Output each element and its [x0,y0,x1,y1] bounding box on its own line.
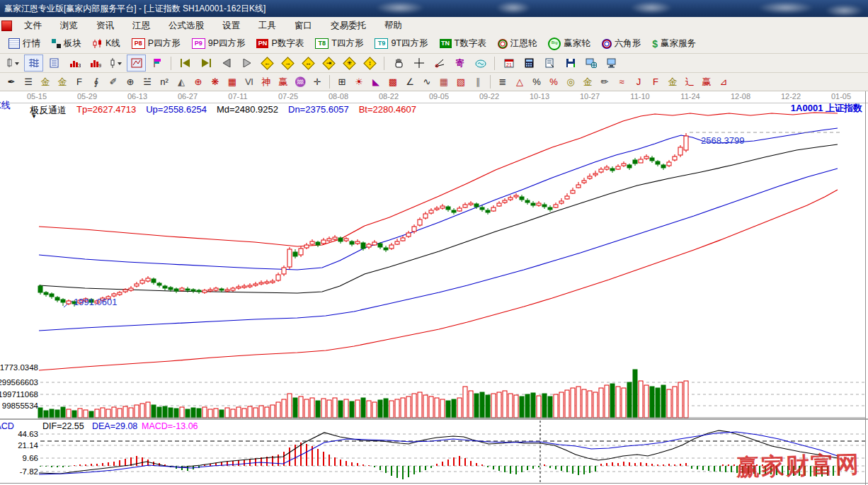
red-frame-button[interactable] [127,55,146,72]
draw-tool-icon[interactable]: ⊞ [334,74,350,89]
toolbar-button-T四方形[interactable]: T8T四方形 [309,35,369,52]
draw-tool-icon[interactable]: ⊕ [122,74,138,89]
send-tool-button[interactable]: 寄 [450,55,469,72]
draw-tool-icon[interactable]: 赢 [699,74,714,89]
crosshair-tool-button[interactable] [409,55,428,72]
toolbar-button-赢家轮[interactable]: Big赢家轮 [542,35,596,52]
toolbar-button-P数字表[interactable]: PNP数字表 [251,35,309,52]
menu-item-浏览[interactable]: 浏览 [51,21,87,30]
draw-tool-icon[interactable]: ∥ [470,74,486,89]
period-combo-button[interactable] [4,55,23,72]
menu-item-文件[interactable]: 文件 [15,21,51,30]
toolbar-button-赢家服务[interactable]: $赢家服务 [646,35,702,52]
save-button[interactable] [561,55,580,72]
notepad-button[interactable] [540,55,559,72]
draw-tool-icon[interactable]: 金 [580,74,595,89]
first-page-button[interactable] [176,55,195,72]
draw-tool-icon[interactable]: ♒ [292,74,308,89]
flag-tool-button[interactable] [147,55,166,72]
menu-item-帮助[interactable]: 帮助 [375,21,411,30]
draw-tool-icon[interactable]: ◣ [368,74,384,89]
remote-pc-button[interactable] [581,55,600,72]
draw-tool-icon[interactable]: 金 [38,74,53,89]
candle-style-button[interactable] [106,55,125,72]
bars-3-button[interactable]: 3 [65,55,84,72]
zoom-both-button[interactable]: ↔ [299,55,318,72]
draw-tool-icon[interactable]: ⊕ [190,74,206,89]
draw-tool-icon[interactable]: ☰ [21,74,36,89]
candle-body [503,200,507,202]
draw-tool-icon[interactable]: ❋ [207,74,223,89]
draw-tool-icon[interactable]: ▧ [453,74,469,89]
draw-tool-icon[interactable]: n² [156,74,172,89]
toolbar-button-六角形[interactable]: 六角形 [596,35,647,52]
title-bar[interactable]: 赢家江恩专业版[赢家内部服务平台] - [上证指数 SH1A0001-162日K… [0,0,868,17]
zoom-fit-button[interactable]: ✳ [340,55,359,72]
draw-tool-icon[interactable]: 赢 [275,74,291,89]
info-doc-button[interactable] [45,55,64,72]
volume-bar [616,387,620,418]
draw-tool-icon[interactable]: ✒ [4,74,19,89]
draw-tool-icon[interactable]: F [72,74,87,89]
draw-tool-icon[interactable]: ▦ [224,74,240,89]
draw-tool-icon[interactable]: ✏ [597,74,612,89]
prev-page-button[interactable] [217,55,236,72]
next-page-button[interactable] [237,55,256,72]
toolbar-button-T数字表[interactable]: TNT数字表 [434,35,492,52]
pane-separator[interactable] [0,418,868,420]
toolbar-button-P四方形[interactable]: P8P四方形 [126,35,186,52]
draw-tool-icon[interactable]: ☱ [139,74,155,89]
draw-tool-icon[interactable]: % [529,74,544,89]
zoom-left-button[interactable]: ← [258,55,277,72]
draw-tool-icon[interactable]: Ⅵ [241,74,257,89]
menu-item-设置[interactable]: 设置 [213,21,249,30]
draw-tool-icon[interactable]: F [648,74,663,89]
draw-tool-icon[interactable]: ∠ [402,74,418,89]
draw-tool-icon[interactable]: ▦ [436,74,452,89]
draw-tool-icon[interactable]: ≣ [495,74,510,89]
draw-tool-icon[interactable]: ◎ [563,74,578,89]
candle-body [678,147,683,155]
toolbar-button-K线[interactable]: K线 [87,35,126,52]
menu-item-工具[interactable]: 工具 [249,21,285,30]
draw-tool-icon[interactable]: 金 [55,74,70,89]
last-page-button[interactable] [196,55,215,72]
smart-tool-button[interactable] [471,55,490,72]
calendar-button[interactable]: 21 [499,55,518,72]
zoom-right-button[interactable]: → [278,55,297,72]
draw-tool-icon[interactable]: % [546,74,561,89]
calculator-button[interactable] [520,55,539,72]
toolbar-button-9T四方形[interactable]: T99T四方形 [369,35,433,52]
local-pc-button[interactable] [602,55,621,72]
draw-tool-icon[interactable]: ≈ [614,74,629,89]
menu-item-公式选股[interactable]: 公式选股 [159,21,213,30]
draw-tool-icon[interactable]: ⊿ [716,74,731,89]
draw-tool-icon[interactable]: J [631,74,646,89]
toolbar-button-9P四方形[interactable]: P99P四方形 [186,35,251,52]
draw-tool-icon[interactable]: ✛ [309,74,325,89]
draw-tool-icon[interactable]: 金 [665,74,680,89]
zoom-in-button[interactable]: ⇥ [319,55,338,72]
menu-item-资讯[interactable]: 资讯 [87,21,123,30]
draw-tool-icon[interactable]: ∮ [88,74,104,89]
draw-tool-icon[interactable]: △ [512,74,527,89]
menu-item-交易委托[interactable]: 交易委托 [321,21,375,30]
draw-tool-icon[interactable]: ✐ [105,74,121,89]
draw-tool-icon[interactable]: ∿ [419,74,435,89]
draw-tool-icon[interactable]: ☀ [351,74,367,89]
menu-item-江恩[interactable]: 江恩 [123,21,159,30]
angle-tool-button[interactable] [430,55,449,72]
hand-tool-button[interactable] [389,55,408,72]
draw-tool-icon[interactable]: 神 [258,74,274,89]
draw-tool-icon[interactable]: ◭ [173,74,189,89]
draw-tool-icon[interactable]: 辶 [682,74,697,89]
draw-tool-icon[interactable]: ▩ [385,74,401,89]
document-icon[interactable] [1,21,12,31]
toolbar-button-行情[interactable]: 行情 [3,35,46,52]
menu-item-窗口[interactable]: 窗口 [285,21,321,30]
bars-9-button[interactable]: 9 [86,55,105,72]
gann-net-button[interactable] [24,55,43,72]
toolbar-button-江恩轮[interactable]: 江恩轮 [492,35,543,52]
zoom-vert-button[interactable]: ↕ [360,55,379,72]
toolbar-button-板块[interactable]: 板块 [46,35,87,52]
